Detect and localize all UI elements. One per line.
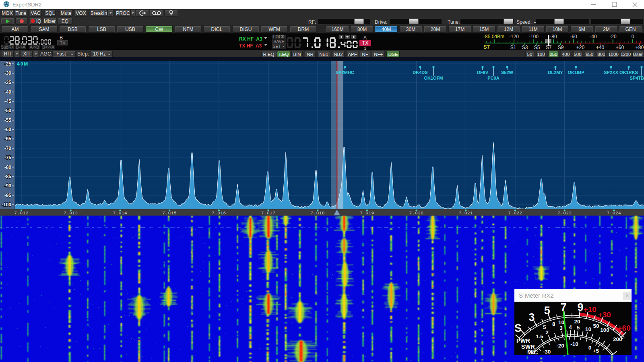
svg-text:S9: S9 <box>558 45 564 50</box>
svg-text:-95: -95 <box>4 193 12 198</box>
svg-text:7.024: 7.024 <box>607 211 621 216</box>
svg-text:5: 5 <box>544 304 550 317</box>
svg-text:200: 200 <box>613 336 622 342</box>
svg-text:-35: -35 <box>4 80 12 85</box>
svg-text:-50: -50 <box>4 108 12 113</box>
svg-text:-30: -30 <box>4 70 12 76</box>
svg-text:7.018: 7.018 <box>310 211 325 216</box>
svg-text:3: 3 <box>528 311 535 323</box>
svg-text:4: 4 <box>569 324 572 330</box>
svg-text:-100: -100 <box>529 34 539 39</box>
svg-text:-75: -75 <box>4 155 12 160</box>
svg-text:7.019: 7.019 <box>360 211 374 216</box>
svg-text:-25: -25 <box>4 61 12 67</box>
svg-text:-40: -40 <box>590 34 597 39</box>
svg-text:7.021: 7.021 <box>459 211 473 216</box>
svg-text:S1: S1 <box>510 45 516 50</box>
svg-text:7.023: 7.023 <box>557 211 572 216</box>
svg-text:-90: -90 <box>4 183 12 189</box>
svg-text:SP2MHC: SP2MHC <box>336 70 354 75</box>
svg-text:MIC: MIC <box>527 349 538 355</box>
svg-text:+30: +30 <box>598 311 611 319</box>
svg-text:DK4DS: DK4DS <box>413 70 427 75</box>
svg-text:S3: S3 <box>522 45 528 50</box>
svg-text:PC0A: PC0A <box>487 76 499 80</box>
svg-text:-65: -65 <box>4 136 12 142</box>
svg-text:+20: +20 <box>576 45 585 50</box>
svg-text:7.022: 7.022 <box>508 211 522 216</box>
svg-text:-45: -45 <box>4 99 12 104</box>
svg-text:100: 100 <box>600 327 609 333</box>
svg-text:7.012: 7.012 <box>14 211 29 216</box>
svg-text:-20: -20 <box>609 34 617 39</box>
svg-text:OK1OFM: OK1OFM <box>424 76 443 80</box>
svg-text:+5: +5 <box>593 348 599 354</box>
svg-text:-10: -10 <box>570 341 578 347</box>
svg-text:7.017: 7.017 <box>261 211 276 216</box>
svg-text:8: 8 <box>552 321 555 327</box>
svg-text:+10: +10 <box>583 305 596 314</box>
svg-text:2: 2 <box>545 329 549 335</box>
svg-text:10: 10 <box>558 319 564 325</box>
svg-text:7.013: 7.013 <box>64 211 78 216</box>
svg-text:-20: -20 <box>556 343 564 349</box>
svg-text:-85.0dBm: -85.0dBm <box>483 34 504 39</box>
svg-text:OK1IBP: OK1IBP <box>568 70 584 75</box>
svg-text:+40: +40 <box>596 45 605 50</box>
svg-text:DL2MY: DL2MY <box>548 70 563 75</box>
svg-text:DF8V: DF8V <box>477 70 489 75</box>
svg-text:-60: -60 <box>570 34 577 39</box>
svg-text:-60: -60 <box>4 127 12 132</box>
svg-text:0: 0 <box>632 34 634 39</box>
svg-text:7.016: 7.016 <box>212 211 226 216</box>
svg-text:-100: -100 <box>2 202 11 208</box>
svg-text:-85: -85 <box>4 174 12 179</box>
svg-text:+80: +80 <box>636 45 644 50</box>
svg-text:7.020: 7.020 <box>409 211 424 216</box>
svg-text:S5: S5 <box>534 45 540 50</box>
svg-text:7.015: 7.015 <box>162 211 177 216</box>
svg-text:OK1RKS: OK1RKS <box>619 70 638 75</box>
svg-text:-120: -120 <box>509 34 519 39</box>
svg-text:-55: -55 <box>4 117 12 123</box>
svg-text:S52W: S52W <box>501 70 514 75</box>
svg-text:+60: +60 <box>617 324 630 332</box>
svg-text:-80: -80 <box>4 165 12 170</box>
svg-text:ExpertSDR2: ExpertSDR2 <box>12 2 41 8</box>
svg-text:-70: -70 <box>4 146 12 151</box>
svg-text:S: S <box>514 322 522 334</box>
svg-text:0: 0 <box>588 345 592 351</box>
svg-text:+60: +60 <box>616 45 624 50</box>
svg-text:10: 10 <box>585 326 591 332</box>
svg-text:SP2XX: SP2XX <box>604 70 618 75</box>
svg-text:PWR: PWR <box>516 337 530 344</box>
svg-text:3: 3 <box>559 325 563 331</box>
svg-text:50: 50 <box>593 323 599 329</box>
svg-text:-40: -40 <box>4 89 12 95</box>
svg-text:S7: S7 <box>483 44 490 50</box>
svg-text:5: 5 <box>577 325 580 331</box>
svg-text:-80: -80 <box>550 34 557 39</box>
svg-text:7.014: 7.014 <box>113 211 128 216</box>
svg-text:9: 9 <box>577 302 583 313</box>
svg-text:20: 20 <box>574 319 580 325</box>
svg-text:-30: -30 <box>543 349 551 355</box>
svg-text:40M: 40M <box>17 61 29 67</box>
svg-text:1.5: 1.5 <box>536 333 543 339</box>
svg-text:SP4TB: SP4TB <box>630 76 644 80</box>
